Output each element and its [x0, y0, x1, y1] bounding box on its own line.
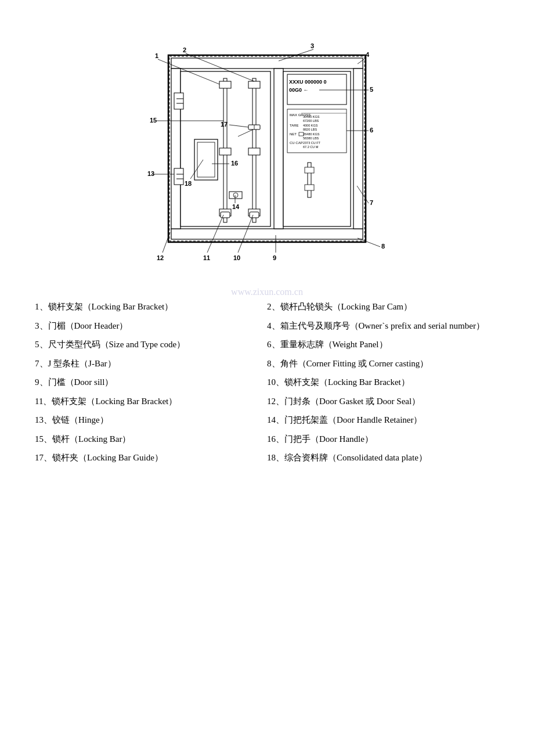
legend-item-6: 6、重量标志牌（Weight Panel） [267, 335, 499, 354]
svg-text:8820 LBS: 8820 LBS [303, 128, 317, 131]
legend-item-16: 16、门把手（Door Handle） [267, 430, 499, 449]
legend-item-12: 12、门封条（Door Gasket 或 Door Seal） [267, 392, 499, 411]
legend-item-8: 8、角件（Corner Fitting 或 Corner casting） [267, 354, 499, 373]
svg-rect-12 [353, 69, 363, 229]
svg-text:00G0 ←: 00G0 ← [289, 87, 309, 93]
svg-text:67.2 CU M: 67.2 CU M [303, 145, 319, 149]
svg-text:6: 6 [370, 127, 373, 134]
svg-text:8: 8 [381, 243, 385, 250]
svg-text:1: 1 [155, 52, 158, 59]
legend-item-5: 5、尺寸类型代码（Size and Type code） [35, 335, 267, 354]
svg-rect-97 [305, 185, 314, 190]
svg-text:3: 3 [311, 42, 314, 49]
legend-item-11: 11、锁杆支架（Locking Bar Bracket） [35, 392, 267, 411]
legend-item-3: 3、门楣（Door Header） [35, 316, 267, 336]
svg-rect-48 [174, 168, 183, 185]
svg-text:4000 KGS: 4000 KGS [303, 124, 318, 127]
svg-text:67200 LBS: 67200 LBS [303, 119, 319, 123]
svg-text:XXXU 000000 0: XXXU 000000 0 [289, 79, 327, 85]
svg-text:18: 18 [185, 180, 192, 187]
legend-item-9: 9、门槛（Door sill） [35, 373, 267, 392]
legend-item-13: 13、铰链（Hinge） [35, 411, 267, 430]
diagram-container: XXXU 000000 0 00G0 ← MAX GROSS 30480 KGS… [35, 23, 499, 273]
svg-rect-9 [171, 58, 363, 69]
svg-text:CU CAP: CU CAP [290, 141, 303, 145]
svg-rect-96 [305, 167, 314, 173]
container-diagram: XXXU 000000 0 00G0 ← MAX GROSS 30480 KGS… [139, 23, 395, 273]
legend-item-15: 15、锁杆（Locking Bar） [35, 430, 267, 449]
legend-item-1: 1、锁杆支架（Locking Bar Bracket） [35, 297, 267, 316]
svg-rect-37 [219, 81, 231, 88]
svg-text:58380 LBS: 58380 LBS [303, 136, 319, 140]
svg-text:4: 4 [366, 51, 370, 58]
legend-item-4: 4、箱主代号及顺序号（Owner`s prefix and serial num… [267, 316, 499, 336]
svg-rect-40 [248, 81, 260, 88]
svg-text:11: 11 [203, 254, 210, 261]
svg-rect-41 [248, 148, 260, 155]
svg-rect-38 [219, 148, 231, 155]
legend-item-2: 2、锁杆凸轮锁头（Locking Bar Cam） [267, 297, 499, 316]
svg-text:NET: NET [290, 132, 297, 136]
legend-item-7: 7、J 型条柱（J-Bar） [35, 354, 267, 373]
svg-rect-14 [274, 69, 283, 229]
svg-rect-10 [171, 229, 363, 239]
svg-text:14: 14 [232, 203, 240, 210]
svg-text:2373 CU FT: 2373 CU FT [303, 141, 321, 145]
legend-item-18: 18、综合资料牌（Consolidated data plate） [267, 448, 499, 467]
legend-item-17: 17、锁杆夹（Locking Bar Guide） [35, 448, 267, 467]
svg-rect-52 [197, 142, 215, 177]
svg-text:30480 KGS: 30480 KGS [303, 115, 320, 118]
svg-text:5: 5 [370, 86, 373, 93]
svg-rect-44 [250, 212, 259, 218]
legend-item-10: 10、锁杆支架（Locking Bar Bracket） [267, 373, 499, 392]
svg-rect-11 [171, 69, 181, 229]
svg-text:10: 10 [233, 254, 240, 261]
svg-text:16: 16 [231, 160, 238, 167]
svg-text:26480 KGS: 26480 KGS [303, 132, 320, 136]
watermark: www.zixun.com.cn [35, 287, 499, 297]
svg-text:2: 2 [183, 46, 186, 53]
legend-grid: 1、锁杆支架（Locking Bar Bracket）2、锁杆凸轮锁头（Lock… [35, 297, 499, 467]
svg-text:15: 15 [150, 117, 157, 124]
svg-text:7: 7 [370, 199, 373, 206]
svg-rect-43 [221, 212, 230, 218]
legend-item-14: 14、门把托架盖（Door Handle Retainer） [267, 411, 499, 430]
svg-text:17: 17 [221, 121, 228, 128]
svg-text:13: 13 [147, 170, 154, 177]
svg-text:9: 9 [273, 254, 276, 261]
svg-text:TARE: TARE [290, 124, 299, 127]
svg-text:12: 12 [157, 254, 164, 261]
svg-rect-45 [174, 93, 183, 109]
